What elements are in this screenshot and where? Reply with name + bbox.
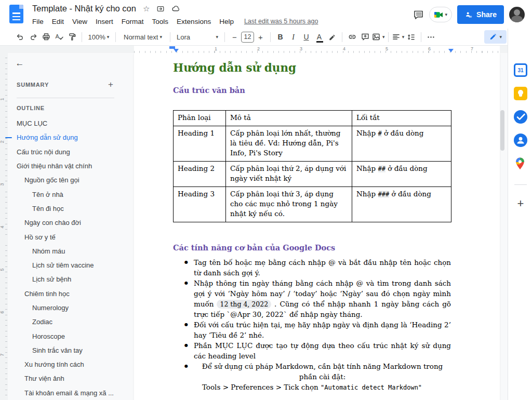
doc-footer-line: Tools > Preferences > Tick chọn "Automat… [173,382,451,393]
outline-item-ngay-con-chao-doi[interactable]: Ngày con chào đời [0,216,130,230]
meet-camera-icon [434,15,436,17]
outline-item-nhom-mau[interactable]: Nhóm máu [0,244,130,258]
font-size-input[interactable]: 12 [241,32,254,43]
menu-view[interactable]: View [68,18,91,25]
ruler-number: 7 [471,46,473,51]
table-header-row: Phân loại Mô tả Lối tắt [174,111,451,126]
undo-button[interactable] [14,30,26,44]
share-button[interactable]: Share [457,5,504,24]
outline-item-zodiac[interactable]: Zodiac [0,315,130,329]
right-indent-marker[interactable] [448,49,454,52]
bullet-item: Tag tên bố hoặc mẹ bằng cách nhập @ và b… [173,257,451,278]
increase-font-size-button[interactable]: + [254,30,267,44]
account-avatar[interactable] [509,7,525,22]
outline-item-numerology[interactable]: Numerology [0,301,130,315]
ruler-number: 2 [257,46,260,51]
print-button[interactable] [39,30,52,44]
calendar-icon[interactable]: 31 [514,63,527,77]
insert-link-button[interactable] [345,30,358,44]
menu-format[interactable]: Format [117,18,148,25]
outline-item-gioi-thieu-nhan-vat-chinh[interactable]: Giới thiệu nhân vật chính [0,159,130,173]
left-indent-marker[interactable] [174,49,179,52]
underline-button[interactable]: U [300,30,313,44]
decrease-font-size-button[interactable]: − [228,30,241,44]
document-title[interactable]: Template - Nhật ký cho con [32,4,136,14]
bullet-item: Đối với cấu trúc hiện tại, mẹ hãy nhập n… [173,319,451,340]
menu-extensions[interactable]: Extensions [172,18,215,25]
header: Template - Nhật ký cho con ☆ File Edit V… [0,0,532,29]
active-indicator [5,137,12,138]
toolbar-separator [421,32,421,42]
move-folder-icon[interactable] [156,5,165,13]
paragraph-style-select[interactable]: Normal text▾ [119,30,167,44]
bold-button[interactable]: B [274,30,287,44]
outline-item-muc-luc[interactable]: MỤC LỤC [0,116,130,130]
cloud-saved-icon[interactable] [171,4,180,13]
meet-button[interactable]: ▾ [429,7,453,22]
horizontal-ruler[interactable]: 1 2 3 4 5 6 7 [130,46,508,53]
menu-help[interactable]: Help [215,18,238,25]
paint-format-button[interactable] [65,30,78,44]
document-page[interactable]: Hướng dẫn sử dụng Cấu trúc văn bản Phân … [134,53,500,400]
star-icon[interactable]: ☆ [143,5,150,12]
table-cell-description: Cấp phân loại lớn nhất, thường là tiêu đ… [226,126,352,162]
highlight-color-button[interactable] [326,30,339,44]
italic-button[interactable]: I [287,30,300,44]
google-docs-app: Template - Nhật ký cho con ☆ File Edit V… [0,0,532,400]
outline-item-huong-dan-su-dung[interactable]: Hướng dẫn sử dụng [0,130,130,144]
get-add-ons-button[interactable]: + [514,197,527,210]
table-cell-shortcut: Nhập ## ở đầu dòng [352,162,451,187]
contacts-icon[interactable] [514,134,527,147]
outline-item-horoscope[interactable]: Horoscope [0,329,130,343]
outline-item-ten-di-hoc[interactable]: Tên đi học [0,202,130,216]
menu-tools[interactable]: Tools [148,18,173,25]
bullet-item: Nhập thông tin ngày tháng bằng cách nhập… [173,278,451,319]
add-summary-button[interactable]: + [108,80,113,89]
table-cell-description: Cấp phân loại thứ 2, áp dụng với ngày vi… [226,162,352,187]
outline-item-cau-truc-noi-dung[interactable]: Cấu trúc nội dung [0,145,130,159]
outline-item-tai-khoan-email[interactable]: Tài khoản email & mạng xã ... [0,386,130,400]
markdown-code: ## [378,165,385,172]
align-button[interactable]: ▾ [392,30,405,44]
ruler-number: 5 [385,46,388,51]
outline-item-lich-su-benh[interactable]: Lịch sử bệnh [0,272,130,286]
toolbar-separator [115,32,116,42]
maps-icon[interactable] [514,157,527,170]
keep-icon[interactable] [514,87,527,100]
table-cell-shortcut: Nhập # ở đầu dòng [352,126,451,162]
outline-item-lich-su-tiem-vaccine[interactable]: Lịch sử tiêm vaccine [0,258,130,272]
add-comment-button[interactable] [358,30,371,44]
comment-history-icon[interactable] [413,9,424,20]
outline-item-chiem-tinh-hoc[interactable]: Chiêm tinh học [0,287,130,301]
insert-image-button[interactable]: ▾ [371,30,385,44]
text-color-button[interactable]: A [313,30,326,44]
line-spacing-button[interactable] [405,30,418,44]
menu-insert[interactable]: Insert [91,18,117,25]
editing-mode-button[interactable]: ▾ [484,30,507,44]
outline-sidebar: ← SUMMARY + OUTLINE MỤC LỤC Hướng dẫn sử… [0,53,130,400]
meet-caret-icon: ▾ [445,12,448,17]
document-canvas: Hướng dẫn sử dụng Cấu trúc văn bản Phân … [130,53,508,400]
menu-edit[interactable]: Edit [48,18,68,25]
markdown-code: # [378,130,382,137]
outline-item-xu-huong-tinh-cach[interactable]: Xu hướng tính cách [0,357,130,371]
outline-item-nguon-goc-ten-goi[interactable]: Nguồn gốc tên gọi [0,173,130,187]
more-options-button[interactable] [424,30,437,44]
outline-item-ho-so-y-te[interactable]: Hồ sơ y tế [0,230,130,244]
redo-button[interactable] [26,30,39,44]
outline-item-thu-vien-anh[interactable]: Thư viện ảnh [0,371,130,385]
zoom-select[interactable]: 100%▾ [85,30,112,44]
menu-file[interactable]: File [28,18,48,25]
outline-item-sinh-trac-van-tay[interactable]: Sinh trắc vân tay [0,343,130,357]
outline-item-ten-o-nha[interactable]: Tên ở nhà [0,187,130,201]
docs-logo-icon[interactable] [9,5,23,23]
last-edit-link[interactable]: Last edit was 5 hours ago [244,18,318,25]
vertical-scrollbar[interactable] [500,110,504,151]
table-header-cell: Mô tả [226,111,352,126]
spellcheck-button[interactable]: A [52,30,65,44]
date-chip[interactable]: 12 thg 4, 2022 [217,300,271,309]
font-select[interactable]: Lora▾ [174,30,221,44]
close-outline-button[interactable]: ← [14,57,26,70]
toolbar-separator [224,32,225,42]
tasks-icon[interactable] [514,110,527,124]
